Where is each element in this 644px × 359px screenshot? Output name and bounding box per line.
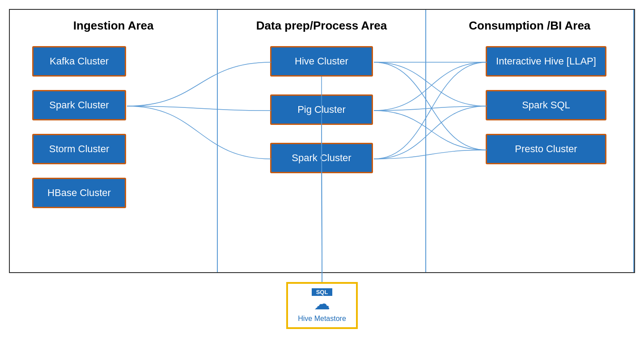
metastore-cloud-icon: ☁ [314,296,330,312]
interactive-hive-cluster-box: Interactive Hive [LLAP] [486,46,606,77]
storm-cluster-box: Storm Cluster [32,134,126,164]
process-title: Data prep/Process Area [231,19,411,33]
kafka-cluster-box: Kafka Cluster [32,46,126,77]
bottom-area: SQL ☁ Hive Metastore [9,273,635,333]
process-column: Data prep/Process Area Hive Cluster Pig … [218,10,426,272]
hive-process-cluster-box: Hive Cluster [270,46,373,77]
spark-ingestion-cluster-box: Spark Cluster [32,90,126,120]
consumption-title: Consumption /BI Area [440,19,620,33]
spark-process-cluster-box: Spark Cluster [270,143,373,173]
ingestion-title: Ingestion Area [23,19,203,33]
main-container: Ingestion Area Kafka Cluster Spark Clust… [9,9,635,333]
metastore-label: Hive Metastore [298,315,346,323]
metastore-box: SQL ☁ Hive Metastore [286,282,358,329]
diagram-wrapper: Ingestion Area Kafka Cluster Spark Clust… [9,9,635,333]
pig-cluster-box: Pig Cluster [270,94,373,125]
hbase-cluster-box: HBase Cluster [32,178,126,208]
presto-cluster-box: Presto Cluster [486,134,606,164]
ingestion-column: Ingestion Area Kafka Cluster Spark Clust… [10,10,218,272]
spark-sql-cluster-box: Spark SQL [486,90,606,120]
columns-area: Ingestion Area Kafka Cluster Spark Clust… [9,9,635,273]
consumption-column: Consumption /BI Area Interactive Hive [L… [426,10,634,272]
